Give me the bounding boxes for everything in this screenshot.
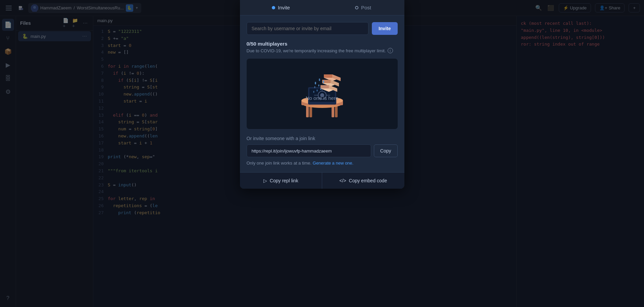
modal-body: Invite 0/50 multiplayers Due to COVID-19… bbox=[240, 15, 404, 189]
tab-post[interactable]: Post bbox=[322, 0, 404, 15]
copy-embed-code-button[interactable]: </> Copy embed code bbox=[322, 173, 404, 189]
multiplayer-desc: Due to COVID-19, we're temporarily incre… bbox=[247, 48, 398, 53]
svg-rect-9 bbox=[309, 106, 312, 117]
tab-invite[interactable]: Invite bbox=[240, 0, 322, 15]
multiplayer-count: 0/50 multiplayers bbox=[247, 41, 398, 47]
modal-footer: ▷ Copy repl link </> Copy embed code bbox=[240, 172, 404, 189]
copy-embed-code-label: Copy embed code bbox=[349, 178, 387, 183]
search-row: Invite bbox=[247, 22, 398, 35]
join-link-note-text: Only one join link works at a time. bbox=[247, 161, 312, 166]
svg-point-36 bbox=[313, 91, 314, 93]
svg-marker-23 bbox=[324, 74, 332, 78]
join-link-row: Copy bbox=[247, 144, 398, 157]
svg-rect-7 bbox=[306, 106, 309, 117]
search-input[interactable] bbox=[247, 22, 368, 35]
svg-point-32 bbox=[323, 80, 324, 83]
play-icon: ▷ bbox=[263, 178, 267, 183]
tab-invite-dot bbox=[272, 6, 275, 9]
tab-post-dot bbox=[355, 6, 358, 9]
copy-repl-link-button[interactable]: ▷ Copy repl link bbox=[240, 173, 323, 189]
svg-marker-29 bbox=[320, 85, 329, 88]
modal-tabs: Invite Post bbox=[240, 0, 404, 15]
generate-link-button[interactable]: Generate a new one. bbox=[313, 161, 353, 166]
info-icon[interactable]: i bbox=[388, 48, 393, 53]
invite-modal: Invite Post Invite 0/50 multiplayers Due… bbox=[240, 0, 404, 189]
svg-point-37 bbox=[320, 88, 321, 90]
join-link-note: Only one join link works at a time. Gene… bbox=[247, 161, 398, 166]
join-link-input[interactable] bbox=[247, 144, 371, 157]
code-icon: </> bbox=[339, 178, 346, 183]
svg-point-30 bbox=[315, 82, 316, 84]
tab-post-label: Post bbox=[361, 5, 371, 10]
invite-button[interactable]: Invite bbox=[372, 22, 398, 35]
no-one-text: No one is here bbox=[306, 95, 339, 101]
illustration-box: No one is here bbox=[247, 59, 398, 129]
copy-link-button[interactable]: Copy bbox=[374, 144, 398, 157]
svg-point-31 bbox=[319, 78, 320, 81]
svg-point-33 bbox=[314, 86, 315, 88]
multiplayer-desc-text: Due to COVID-19, we're temporarily incre… bbox=[247, 48, 386, 53]
svg-point-34 bbox=[318, 84, 319, 86]
join-link-label: Or invite someone with a join link bbox=[247, 136, 398, 141]
svg-rect-8 bbox=[335, 106, 338, 117]
copy-repl-link-label: Copy repl link bbox=[270, 178, 298, 183]
illustration-svg bbox=[289, 67, 356, 121]
svg-point-35 bbox=[316, 89, 317, 91]
tab-invite-label: Invite bbox=[278, 5, 290, 10]
